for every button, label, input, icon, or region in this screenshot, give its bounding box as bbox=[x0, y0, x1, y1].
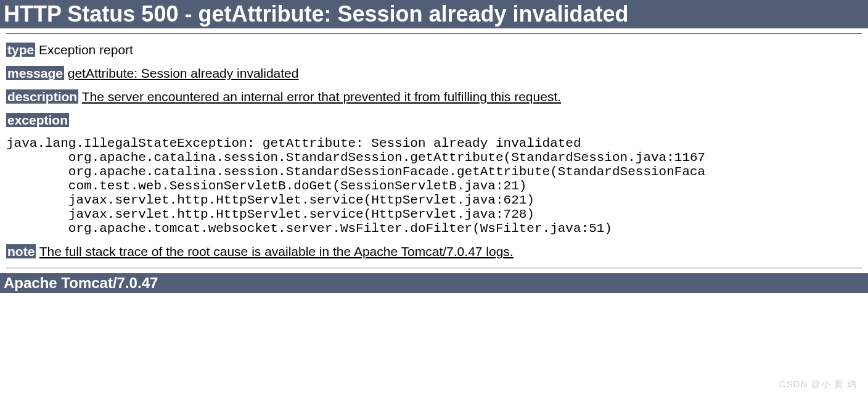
message-label: message bbox=[6, 66, 64, 80]
exception-label: exception bbox=[6, 113, 69, 127]
description-label: description bbox=[6, 89, 78, 104]
note-row: note The full stack trace of the root ca… bbox=[6, 244, 862, 259]
error-title: HTTP Status 500 - getAttribute: Session … bbox=[0, 0, 868, 28]
exception-row: exception bbox=[6, 113, 862, 128]
type-value: Exception report bbox=[39, 43, 133, 57]
type-row: type Exception report bbox=[6, 43, 862, 57]
note-label: note bbox=[6, 244, 36, 258]
message-value: getAttribute: Session already invalidate… bbox=[68, 66, 299, 80]
description-value: The server encountered an internal error… bbox=[82, 89, 561, 104]
stacktrace: java.lang.IllegalStateException: getAttr… bbox=[6, 136, 862, 236]
type-label: type bbox=[6, 43, 35, 57]
divider-bottom bbox=[6, 268, 862, 268]
note-value: The full stack trace of the root cause i… bbox=[39, 244, 514, 258]
message-row: message getAttribute: Session already in… bbox=[6, 66, 862, 81]
description-row: description The server encountered an in… bbox=[6, 89, 862, 104]
server-footer: Apache Tomcat/7.0.47 bbox=[0, 273, 868, 293]
divider-top bbox=[6, 33, 862, 34]
